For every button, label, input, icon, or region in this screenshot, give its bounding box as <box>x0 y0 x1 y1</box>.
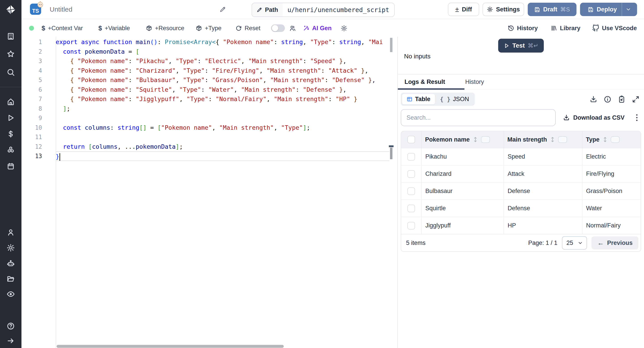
plus-minus-icon: ± <box>455 6 459 13</box>
download-icon[interactable] <box>590 95 598 103</box>
add-type-button[interactable]: +Type <box>196 19 222 37</box>
favorites-icon[interactable] <box>0 48 22 60</box>
table-row[interactable]: PikachuSpeedElectric <box>401 148 641 166</box>
user-icon[interactable] <box>0 226 22 239</box>
toggle-switch[interactable] <box>271 24 285 32</box>
history-button[interactable]: History <box>508 19 538 37</box>
code-line[interactable]: 12 return [columns, ...pokemonData]; <box>22 142 397 152</box>
folders-icon[interactable] <box>0 272 22 286</box>
search-input[interactable] <box>401 109 556 126</box>
sort-icon[interactable] <box>603 136 608 143</box>
view-table-segment[interactable]: Table <box>402 94 435 105</box>
row-checkbox[interactable] <box>408 205 415 212</box>
library-button[interactable]: Library <box>550 19 580 37</box>
copy-clipboard-icon[interactable] <box>618 95 626 103</box>
tab-history[interactable]: History <box>465 78 484 86</box>
sort-icon[interactable] <box>550 136 555 143</box>
overview-ruler-thumb[interactable] <box>390 148 392 159</box>
table-row[interactable]: SquirtleDefenseWater <box>401 200 641 217</box>
diff-mode-toggle[interactable] <box>271 19 285 37</box>
ai-gen-button[interactable]: AI Gen <box>303 19 332 37</box>
collaborators-icon[interactable] <box>289 19 296 37</box>
collapse-arrow-icon[interactable] <box>0 334 22 347</box>
previous-page-button[interactable]: ← Previous <box>592 236 638 249</box>
sort-icon[interactable] <box>473 136 478 143</box>
schedules-icon[interactable] <box>0 160 22 173</box>
top-bar: TS Untitled Path u/henri/unencumbered_sc… <box>22 0 644 19</box>
code-line[interactable]: 11 <box>22 132 397 142</box>
download-csv-button[interactable]: Download as CSV <box>563 114 624 121</box>
table-row[interactable]: BulbasaurDefenseGrass/Poison <box>401 183 641 200</box>
main-area: TS Untitled Path u/henri/unencumbered_sc… <box>22 0 644 348</box>
code-line[interactable]: 10 const columns: string[] = ["Pokemon n… <box>22 123 397 132</box>
workers-icon[interactable] <box>0 257 22 270</box>
editor-settings-gear-icon[interactable] <box>340 19 348 37</box>
view-switcher: Table { } JSON <box>401 92 475 106</box>
code-line[interactable]: 7 { "Pokemon name": "Jigglypuff", "Type"… <box>22 94 397 104</box>
workspace-icon[interactable] <box>0 30 22 43</box>
page-size-select[interactable]: 25 <box>562 236 587 250</box>
reset-button[interactable]: Reset <box>236 19 260 37</box>
code-line[interactable]: 3 { "Pokemon name": "Pikachu", "Type": "… <box>22 56 397 66</box>
row-checkbox[interactable] <box>408 222 415 230</box>
braces-icon: { } <box>440 96 450 103</box>
code-line[interactable]: 1export async function main(): Promise<A… <box>22 37 397 47</box>
play-icon <box>503 43 510 49</box>
test-button[interactable]: Test ⌘↵ <box>498 39 544 52</box>
windmill-logo[interactable] <box>0 3 22 16</box>
runs-icon[interactable] <box>0 112 22 124</box>
row-checkbox[interactable] <box>408 170 415 178</box>
editor-horizontal-scrollbar[interactable] <box>56 345 284 348</box>
settings-icon[interactable] <box>0 241 22 254</box>
items-count: 5 items <box>406 240 426 246</box>
select-all-checkbox[interactable] <box>408 136 415 143</box>
add-variable-button[interactable]: $ +Variable <box>98 19 130 37</box>
column-filter-pill[interactable] <box>611 136 620 143</box>
view-json-segment[interactable]: { } JSON <box>436 94 474 104</box>
deploy-button[interactable]: Deploy <box>580 3 637 16</box>
code-text <box>56 114 389 123</box>
column-filter-pill[interactable] <box>558 136 567 143</box>
editor-vertical-scrollbar[interactable] <box>390 38 392 52</box>
variables-icon[interactable] <box>0 128 22 140</box>
tab-logs-result[interactable]: Logs & Result <box>404 78 446 86</box>
table-row[interactable]: JigglypuffHPNormal/Fairy <box>401 217 641 234</box>
row-checkbox[interactable] <box>408 188 415 195</box>
more-options-kebab-icon[interactable] <box>636 114 638 121</box>
info-icon[interactable] <box>604 95 612 103</box>
line-number: 8 <box>22 104 42 114</box>
table-row[interactable]: CharizardAttackFire/Flying <box>401 166 641 183</box>
add-resource-button[interactable]: +Resource <box>146 19 184 37</box>
diff-button[interactable]: ± Diff <box>448 3 479 16</box>
draft-button[interactable]: Draft ⌘S <box>528 3 576 16</box>
path-field[interactable]: Path u/henri/unencumbered_script <box>252 3 395 17</box>
chevron-down-icon[interactable] <box>626 6 631 12</box>
gear-icon <box>487 6 493 12</box>
settings-button[interactable]: Settings <box>482 3 524 16</box>
help-icon[interactable] <box>0 320 22 332</box>
code-line[interactable]: 5 { "Pokemon name": "Bulbasaur", "Type":… <box>22 75 397 85</box>
search-icon[interactable] <box>0 66 22 79</box>
column-filter-pill[interactable] <box>481 136 490 143</box>
code-line[interactable]: 2 const pokemonData = [ <box>22 47 397 56</box>
resources-icon[interactable] <box>0 144 22 156</box>
expand-icon[interactable] <box>632 95 640 103</box>
code-line[interactable]: 9 <box>22 114 397 123</box>
code-editor[interactable]: 1export async function main(): Promise<A… <box>22 37 397 348</box>
editor-toolbar: $ +Context Var $ +Variable +Resource +Ty… <box>22 19 644 38</box>
baby-emoji-badge <box>37 1 44 8</box>
column-header-type[interactable]: Type <box>582 131 641 148</box>
column-header-pokemon-name[interactable]: Pokemon name <box>422 131 504 148</box>
column-header-main-strength[interactable]: Main strength <box>504 131 582 148</box>
code-line[interactable]: 6 { "Pokemon name": "Squirtle", "Type": … <box>22 85 397 94</box>
row-checkbox[interactable] <box>408 153 415 160</box>
use-vscode-button[interactable]: Use VScode <box>592 19 637 37</box>
add-context-var-button[interactable]: $ +Context Var <box>42 19 83 37</box>
home-icon[interactable] <box>0 95 22 108</box>
code-line[interactable]: 8 ]; <box>22 104 397 114</box>
path-value[interactable]: u/henri/unencumbered_script <box>283 3 394 16</box>
code-line[interactable]: 4 { "Pokemon name": "Charizard", "Type":… <box>22 66 397 76</box>
code-line[interactable]: 13} <box>22 152 397 161</box>
edit-title-pencil-icon[interactable] <box>219 6 226 14</box>
audit-eye-icon[interactable] <box>0 288 22 300</box>
